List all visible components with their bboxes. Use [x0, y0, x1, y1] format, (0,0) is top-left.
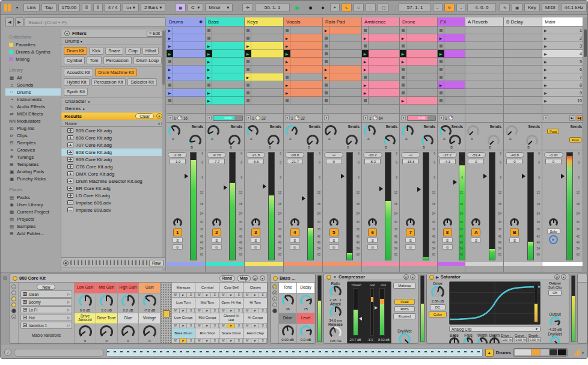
clip-launch-icon[interactable]: ▶: [206, 58, 212, 65]
drum-rack-title-bar[interactable]: 808 Core Kit Rand Map ⇄ ▼: [10, 274, 268, 283]
clip-stop-icon[interactable]: [323, 42, 329, 49]
waveshaper-display[interactable]: [449, 281, 541, 325]
drum-pad-low-conga[interactable]: Low CongaM▶S: [172, 313, 196, 328]
filter-group-character[interactable]: Character▸: [61, 98, 165, 105]
pan-knob[interactable]: [212, 218, 221, 227]
time-signature-field[interactable]: 4 / 4: [105, 3, 121, 12]
clip-stop-icon[interactable]: [245, 89, 251, 96]
dc-button[interactable]: DC: [430, 304, 446, 310]
preview-speaker-icon[interactable]: ◉: [63, 260, 69, 266]
clip-slot[interactable]: [438, 26, 465, 34]
pan-knob[interactable]: [549, 218, 558, 227]
field-value[interactable]: 0.00 %: [515, 337, 527, 342]
pad-play-button[interactable]: ▶: [227, 308, 235, 313]
filter-tag-drum-loop[interactable]: Drum Loop: [133, 57, 162, 64]
track-header-ambience[interactable]: Ambience: [362, 17, 399, 26]
overdub-button[interactable]: +: [330, 3, 340, 12]
send-a-knob[interactable]: [364, 125, 376, 137]
drum-pad-hi-tom[interactable]: Hi TomM▶S: [243, 298, 268, 313]
drum-pad-hi-conga[interactable]: Hi CongaM▶S: [243, 313, 268, 328]
clip-playing-icon[interactable]: ▶: [438, 50, 444, 57]
filter-tag-drum-kit[interactable]: Drum Kit: [64, 47, 87, 55]
clip-slot[interactable]: ▶: [167, 34, 205, 42]
clip-slot[interactable]: ▶: [362, 50, 399, 58]
clip-stop-icon[interactable]: [400, 66, 406, 73]
quantize-menu[interactable]: O● ▾: [123, 3, 139, 12]
volume-fader[interactable]: [167, 165, 188, 217]
clip-slot[interactable]: ▶: [323, 26, 361, 34]
filter-tag-selector-kit[interactable]: Selector Kit: [127, 78, 156, 86]
track-activator[interactable]: 5: [329, 229, 338, 236]
threshold-meter[interactable]: [353, 288, 358, 336]
clip-stop-icon[interactable]: [284, 97, 290, 104]
clip-slot[interactable]: [323, 50, 361, 58]
track-activator[interactable]: 4: [290, 229, 299, 236]
sidebar-item-grooves[interactable]: ≈Grooves: [5, 146, 61, 153]
clip-slot[interactable]: [362, 26, 399, 34]
param-knob[interactable]: [489, 337, 500, 344]
clip-slot[interactable]: ▶: [362, 58, 399, 66]
volume-value[interactable]: -21.7: [287, 159, 303, 164]
send-b-post-toggle[interactable]: Post: [569, 137, 581, 143]
macro-view-toggle[interactable]: [11, 296, 16, 301]
filter-tag-percussion-kit[interactable]: Percussion Kit: [91, 78, 126, 86]
track-activator[interactable]: 2: [212, 229, 221, 236]
clip-stop-icon[interactable]: [438, 73, 444, 81]
sidebar-item-punchy-kicks[interactable]: ▣Punchy Kicks: [5, 175, 61, 182]
clip-launch-icon[interactable]: ▶: [284, 34, 290, 41]
clip-launch-icon[interactable]: ▶: [362, 89, 369, 96]
track-activator[interactable]: 7: [406, 229, 415, 236]
clip-slot[interactable]: ▶: [284, 66, 322, 73]
clip-slot[interactable]: ▶: [206, 73, 244, 81]
clip-slot[interactable]: ▶: [206, 50, 244, 58]
send-a-knob[interactable]: [168, 125, 180, 137]
clip-launch-icon[interactable]: ▶: [438, 81, 444, 88]
macro-name[interactable]: Glue: [118, 313, 139, 324]
remove-button[interactable]: −: [272, 302, 277, 307]
pad-mute-button[interactable]: M: [195, 324, 203, 328]
hot-swap-icon[interactable]: ⇄: [403, 274, 409, 280]
output-gain-handle[interactable]: [375, 306, 378, 310]
tempo-field[interactable]: 175.00: [58, 3, 80, 12]
clip-slot[interactable]: ▶: [323, 73, 361, 81]
macro-name[interactable]: Mid Gain: [96, 283, 117, 293]
filters-header[interactable]: ▼ Filters ≡Edit: [61, 29, 165, 38]
send-b-knob[interactable]: [228, 135, 240, 147]
pad-solo-button[interactable]: S: [211, 308, 219, 313]
clip-launch-icon[interactable]: ▶: [400, 34, 406, 41]
browser-forward-button[interactable]: ▶: [15, 17, 23, 27]
clip-slot[interactable]: [400, 66, 437, 73]
sidebar-item-audio-effects[interactable]: ∿Audio Effects: [5, 103, 61, 110]
pad-mute-button[interactable]: M: [172, 293, 180, 297]
macro-name[interactable]: Vintage: [139, 313, 160, 324]
r-button[interactable]: R: [272, 284, 277, 289]
clip-stop-icon[interactable]: [323, 34, 329, 41]
clip-stop-icon[interactable]: [438, 42, 444, 49]
scene-launch-icon[interactable]: ▶: [544, 75, 547, 79]
clip-slot[interactable]: [323, 42, 361, 50]
fold-icon[interactable]: ▶: [436, 275, 439, 279]
clip-slot[interactable]: [438, 97, 465, 105]
clip-slot[interactable]: [438, 58, 465, 66]
sidebar-item-clips[interactable]: ⊳Clips: [5, 132, 61, 139]
volume-value[interactable]: 0: [468, 159, 484, 164]
loop-start-field[interactable]: 57. 1. 1: [399, 3, 431, 12]
saturator-title-bar[interactable]: ▶ Saturator ⇄▼: [427, 274, 569, 280]
clip-stop-icon[interactable]: [438, 89, 444, 96]
pad-solo-button[interactable]: S: [259, 293, 267, 297]
volume-fader[interactable]: [362, 165, 383, 217]
saturator-output-knob[interactable]: [550, 316, 560, 327]
param-knob[interactable]: [449, 337, 459, 344]
device-on-toggle[interactable]: [13, 276, 17, 281]
pan-knob[interactable]: [406, 218, 415, 227]
scene-slot-8[interactable]: ▶8: [542, 81, 584, 89]
pad-play-button[interactable]: ▶: [203, 293, 211, 297]
variation-hot[interactable]: Hot▷: [20, 314, 73, 321]
io-view-toggle[interactable]: ▸: [11, 314, 16, 319]
clip-stop-button[interactable]: [207, 115, 212, 120]
clip-stop-button[interactable]: [324, 115, 329, 120]
soft-clip-toggle[interactable]: Off: [548, 290, 562, 296]
sidebar-item-plug-ins[interactable]: ⊡Plug-Ins: [5, 124, 61, 132]
clip-launch-icon[interactable]: ▶: [284, 81, 290, 88]
clip-slot[interactable]: ▶: [400, 58, 437, 66]
